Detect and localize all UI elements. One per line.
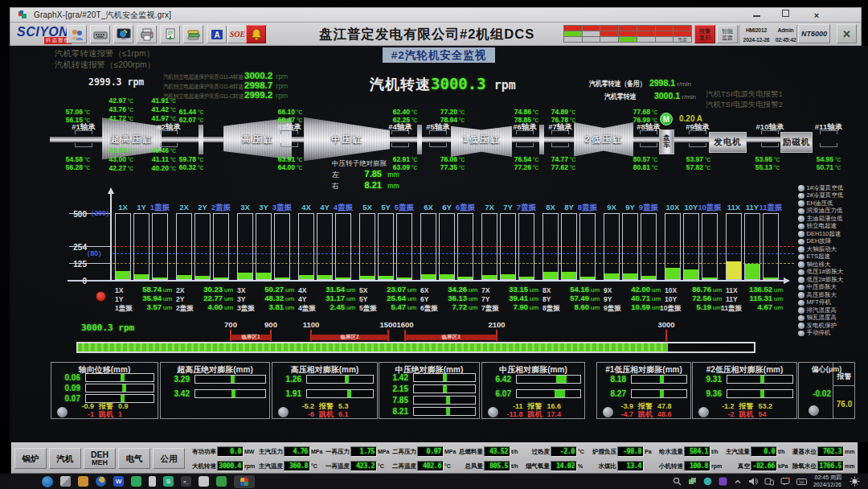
app-s-icon[interactable]: S [163,476,174,487]
side-menu-item[interactable]: ETS超速 [798,253,830,261]
app-terminal-icon[interactable]: >_ [181,476,191,487]
chat-icon[interactable] [780,477,790,486]
taskbar-clock[interactable]: 02:45 周四2024/12/26 [813,475,841,488]
nav-button-电气[interactable]: 电气 [118,448,150,469]
letter-a-icon[interactable]: A [207,25,227,43]
close-button[interactable]: × [811,10,822,21]
keyboard-tray-icon[interactable] [796,478,807,486]
vibration-bar[interactable] [641,213,657,280]
vibration-bar[interactable] [256,213,272,280]
vibration-bar[interactable] [298,213,314,280]
printer-icon[interactable] [137,25,157,43]
panel-bar[interactable] [194,389,266,398]
side-menu-item[interactable]: 低压2#膨胀大 [798,276,843,284]
vibration-bar[interactable] [622,213,638,280]
vibration-bar[interactable] [213,213,229,280]
alarm-indicator-grid[interactable]: 电源 [563,25,692,43]
users-icon[interactable] [67,25,87,43]
side-menu-item[interactable]: 排汽温度高 [798,306,837,314]
vibration-bar[interactable] [457,213,473,280]
panel-bar[interactable] [194,375,266,384]
maximize-button[interactable] [782,10,789,17]
side-menu-item[interactable]: MFT停机 [798,299,831,307]
side-menu-item[interactable]: 发电机保护 [798,322,837,330]
side-menu-item[interactable]: EH油压低 [798,199,833,208]
purple-app-icon[interactable] [719,477,727,486]
app-wps-icon[interactable]: W [113,476,124,487]
start-icon[interactable] [42,476,53,487]
nav-button-汽机[interactable]: 汽机 [49,448,81,469]
alarm-bell-icon[interactable] [246,25,266,43]
cards-icon[interactable] [183,25,203,43]
side-menu-item[interactable]: 润滑油压力低 [798,208,843,216]
vibration-bar[interactable] [604,213,620,280]
task-view-icon[interactable] [60,476,71,487]
side-menu-item[interactable]: 低压1#膨胀大 [798,269,843,277]
panel-bar[interactable] [306,375,374,384]
vibration-bar[interactable] [500,213,516,280]
chevron-up-icon[interactable] [734,478,742,486]
panel-bar[interactable] [413,384,476,393]
alarm-ack-button[interactable]: 报警复归 [694,25,715,43]
side-menu-item[interactable]: 高压膨胀大 [798,291,837,299]
toolbar-close-button[interactable]: ✕ [837,24,857,43]
vibration-bar[interactable] [152,213,168,280]
vibration-bar[interactable] [439,213,455,280]
app-phone-icon[interactable] [149,476,156,487]
nav-button-dehmeh[interactable]: DEHMEH [84,448,116,469]
side-menu-item[interactable]: DEH故障 [798,238,831,246]
panel-bar[interactable] [306,389,374,398]
side-menu-item[interactable]: DEH110超速 [798,230,841,238]
nav-button-锅炉[interactable]: 锅炉 [14,448,47,469]
panel-bar[interactable] [85,373,154,382]
vibration-bar[interactable] [359,213,375,280]
nt6000-button[interactable]: NT6000 [798,24,830,43]
sun-icon[interactable] [850,476,860,487]
vibration-bar[interactable] [744,213,760,280]
vibration-bar[interactable] [420,213,436,280]
minimize-button[interactable] [753,10,760,17]
panel-bar[interactable] [727,389,793,398]
app-doc-icon[interactable] [199,476,209,487]
search-icon[interactable] [673,477,682,486]
vibration-bar[interactable] [726,213,742,280]
vibration-bar[interactable] [665,213,681,280]
panel-bar[interactable] [413,373,476,382]
side-menu-item[interactable]: 独立电超速 [798,223,837,231]
vibration-bar[interactable] [579,213,596,280]
side-menu-item[interactable]: 轴瓦温度高 [798,314,837,323]
app-cube-icon[interactable] [216,476,227,487]
nav-button-公用[interactable]: 公用 [153,448,185,469]
vibration-bar[interactable] [115,213,131,280]
side-menu-item[interactable]: 主油箱液位低 [798,215,843,223]
side-menu-item[interactable]: 2#冷凝真空低 [798,192,843,200]
vibration-bar[interactable] [133,213,149,280]
graphx-app-icon[interactable] [234,475,255,488]
side-menu-item[interactable]: 中压膨胀大 [798,284,837,292]
panel-bar[interactable] [516,375,581,384]
panel-bar[interactable] [631,375,687,384]
keyboard-icon[interactable] [90,25,110,43]
vibration-bar[interactable] [561,213,577,280]
vibration-bar[interactable] [317,213,333,280]
side-menu-item[interactable]: 手动停机 [798,330,831,338]
panel-bar[interactable] [413,396,476,405]
app-mail-icon[interactable] [131,476,141,487]
panel-bar[interactable] [631,389,687,398]
vibration-bar[interactable] [683,213,699,280]
side-menu-item[interactable]: 轴位移大 [798,261,831,269]
vibration-bar[interactable] [378,213,394,280]
vibration-bar[interactable] [702,213,718,280]
vibration-bar[interactable] [542,213,559,280]
app-orange-icon[interactable] [78,476,88,487]
teal-app-icon[interactable] [703,477,712,486]
document-icon[interactable] [160,25,180,43]
vibration-bar[interactable] [237,213,253,280]
speaker-icon[interactable] [748,477,758,486]
vibration-bar[interactable] [481,213,497,280]
vibration-bar[interactable] [518,213,534,280]
vibration-bar[interactable] [396,213,412,280]
app-browser-icon[interactable] [96,476,106,487]
side-menu-item[interactable]: 大轴振动大 [798,245,837,253]
cube-tray-icon[interactable] [688,477,697,486]
